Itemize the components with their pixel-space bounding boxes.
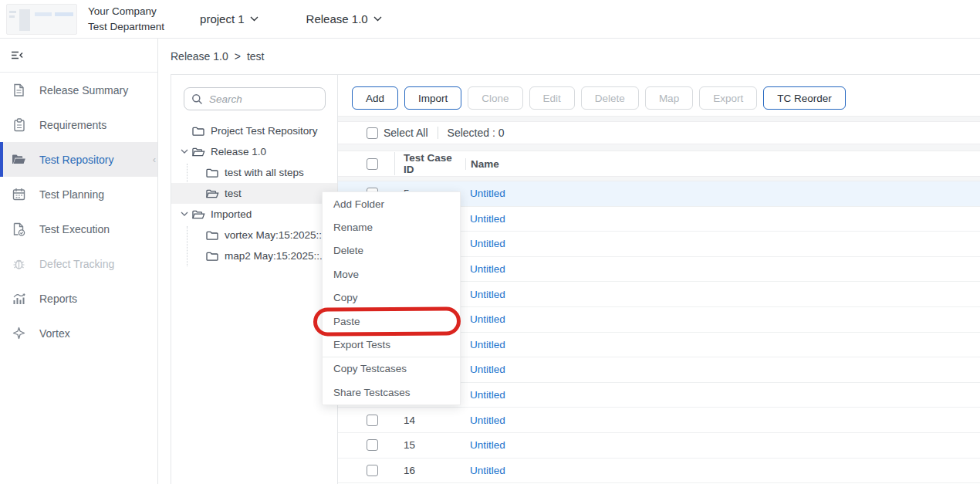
select-all-checkbox[interactable] [367, 127, 378, 139]
testcase-name-link[interactable]: Untitled [470, 439, 505, 451]
company-info: Your Company Test Department [88, 4, 164, 35]
sidebar-item-vortex[interactable]: Vortex [0, 316, 157, 350]
project-selector[interactable]: project 1 [200, 12, 259, 25]
document-icon [12, 83, 26, 97]
testcase-toolbar: Add Import Clone Edit Delete Map Export … [352, 86, 846, 110]
tree-node-label: vortex May:15:2025::... [225, 229, 330, 241]
row-checkbox[interactable] [367, 439, 378, 451]
sidebar: Release Summary Requirements Test Reposi… [0, 39, 158, 484]
sidebar-item-requirements[interactable]: Requirements [0, 107, 157, 142]
menu-item-delete[interactable]: Delete [323, 239, 460, 262]
row-checkbox[interactable] [367, 415, 378, 426]
sidebar-item-release-summary[interactable]: Release Summary [0, 73, 157, 107]
menu-item-share-testcases[interactable]: Share Testcases [323, 381, 460, 404]
tree-node-label: test [225, 188, 242, 199]
sidebar-item-test-repository[interactable]: Test Repository [0, 142, 157, 177]
tree-node-map2-import[interactable]: map2 May:15:2025::... [171, 245, 337, 266]
chevron-placeholder [179, 126, 189, 136]
menu-item-copy[interactable]: Copy [323, 286, 460, 310]
row-checkbox[interactable] [367, 465, 378, 476]
table-row[interactable]: 14 Untitled [338, 408, 980, 433]
add-button[interactable]: Add [352, 86, 398, 110]
folder-context-menu: Add Folder Rename Delete Move Copy Paste… [322, 191, 461, 405]
search-icon [191, 93, 203, 105]
sidebar-item-test-planning[interactable]: Test Planning [0, 177, 157, 212]
tree-node-label: Release 1.0 [211, 146, 266, 157]
export-button[interactable]: Export [699, 86, 757, 110]
sidebar-item-test-execution[interactable]: Test Execution [0, 212, 157, 246]
testcase-name-link[interactable]: Untitled [470, 263, 505, 275]
testcase-name-link[interactable]: Untitled [470, 415, 505, 426]
menu-item-move[interactable]: Move [323, 262, 460, 286]
table-row[interactable]: 16 Untitled [338, 459, 980, 484]
testcase-name-link[interactable]: Untitled [470, 213, 505, 225]
folder-tree-panel: Project Test Repository Release 1.0 test… [171, 75, 338, 484]
testcase-id: 14 [404, 415, 470, 426]
sidebar-item-label: Test Planning [39, 188, 104, 201]
sidebar-item-label: Defect Tracking [39, 258, 114, 270]
testcase-name-link[interactable]: Untitled [470, 465, 505, 476]
testcase-name-link[interactable]: Untitled [470, 238, 505, 249]
edit-button[interactable]: Edit [529, 86, 575, 110]
tree-node-project-test-repository[interactable]: Project Test Repository [171, 120, 337, 141]
menu-item-export-tests[interactable]: Export Tests [323, 333, 460, 356]
breadcrumb-folder[interactable]: test [247, 50, 265, 63]
selected-count: Selected : 0 [448, 127, 505, 139]
delete-button[interactable]: Delete [581, 86, 639, 110]
tree-node-vortex-import[interactable]: vortex May:15:2025::... [171, 225, 337, 245]
breadcrumb-separator: > [235, 50, 241, 63]
sidebar-item-reports[interactable]: Reports [0, 281, 157, 316]
chevron-down-icon[interactable] [179, 147, 189, 157]
chart-icon [12, 291, 26, 306]
menu-item-add-folder[interactable]: Add Folder [323, 192, 460, 215]
divider-band [338, 144, 980, 151]
menu-item-copy-testcases[interactable]: Copy Testcases [323, 357, 460, 381]
collapse-sidebar-icon[interactable] [10, 49, 24, 62]
department-name: Test Department [88, 19, 164, 35]
tree-node-label: map2 May:15:2025::... [225, 250, 328, 262]
tree-node-release-1-0[interactable]: Release 1.0 [171, 141, 337, 162]
menu-item-rename[interactable]: Rename [323, 215, 460, 239]
testcase-name-link[interactable]: Untitled [470, 389, 505, 401]
sidebar-item-label: Reports [39, 293, 77, 305]
search-input[interactable] [209, 93, 302, 105]
chevron-down-icon[interactable] [179, 209, 189, 219]
import-button[interactable]: Import [404, 86, 461, 110]
release-selector[interactable]: Release 1.0 [306, 12, 382, 25]
tree-node-test-with-all-steps[interactable]: test with all steps [171, 162, 337, 183]
tc-reorder-button[interactable]: TC Reorder [763, 86, 846, 110]
tree-node-test[interactable]: test [171, 183, 337, 204]
column-header-name: Name [465, 158, 499, 170]
breadcrumb-release[interactable]: Release 1.0 [171, 50, 228, 63]
app-window: Your Company Test Department project 1 R… [0, 0, 980, 484]
testcase-name-link[interactable]: Untitled [470, 364, 505, 375]
chevron-down-icon [373, 16, 382, 22]
folder-closed-icon [206, 250, 219, 262]
header-checkbox[interactable] [367, 158, 378, 170]
clone-button[interactable]: Clone [468, 86, 522, 110]
company-logo [6, 4, 77, 35]
menu-item-paste[interactable]: Paste [323, 310, 460, 333]
testcase-name-link[interactable]: Untitled [470, 188, 505, 199]
folder-closed-icon [206, 167, 219, 178]
map-button[interactable]: Map [645, 86, 693, 110]
tree-node-imported[interactable]: Imported [171, 204, 337, 225]
tree-search-box[interactable] [184, 87, 326, 110]
column-header-testcase-id: Test Case ID [394, 152, 465, 175]
testcase-name-link[interactable]: Untitled [470, 313, 505, 325]
folder-closed-icon [192, 125, 205, 137]
breadcrumb: Release 1.0 > test [171, 39, 264, 74]
testcase-name-link[interactable]: Untitled [470, 289, 505, 300]
project-selector-label: project 1 [200, 12, 245, 25]
table-row[interactable]: 15 Untitled [338, 433, 980, 459]
folder-tree: Project Test Repository Release 1.0 test… [171, 120, 337, 266]
release-selector-label: Release 1.0 [306, 12, 368, 25]
testcase-id: 15 [404, 439, 470, 451]
document-check-icon [12, 222, 26, 236]
sidebar-item-label: Test Execution [39, 223, 110, 235]
testcase-name-link[interactable]: Untitled [470, 339, 505, 350]
sidebar-collapse-row [0, 39, 157, 73]
sidebar-item-defect-tracking[interactable]: Defect Tracking [0, 246, 157, 281]
tree-node-label: test with all steps [225, 167, 304, 178]
plane-icon [12, 326, 26, 340]
